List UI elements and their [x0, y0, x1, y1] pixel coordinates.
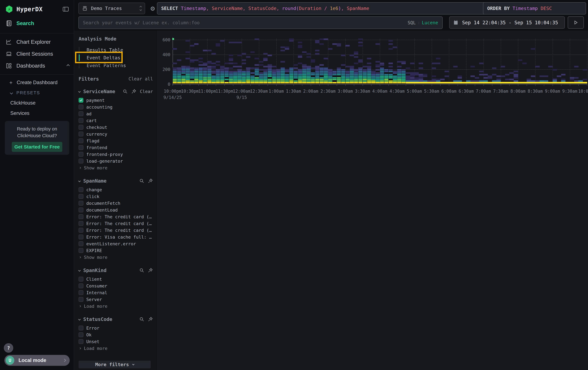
- clear-facet-button[interactable]: Clear: [140, 89, 153, 94]
- clear-all-button[interactable]: Clear all: [128, 76, 153, 81]
- filter-option-error-the-credit-card-[interactable]: Error: The credit card (…: [79, 213, 153, 220]
- checkbox-unchecked[interactable]: [79, 339, 84, 344]
- filter-section-title[interactable]: SpanName: [83, 178, 139, 184]
- checkbox-unchecked[interactable]: [79, 187, 84, 192]
- get-started-button[interactable]: Get Started for Free: [12, 142, 62, 152]
- chevron-down-icon[interactable]: [78, 90, 81, 93]
- help-button[interactable]: ?: [4, 343, 13, 353]
- filter-option-documentload[interactable]: documentLoad: [79, 207, 153, 213]
- analysis-mode-item-results-table[interactable]: Results Table: [79, 46, 153, 54]
- sidebar-item-client-sessions[interactable]: Client Sessions: [0, 48, 74, 60]
- filter-option-eventlistener-error[interactable]: eventListener.error: [79, 240, 153, 247]
- filter-option-documentfetch[interactable]: documentFetch: [79, 200, 153, 207]
- presets-toggle[interactable]: PRESETS: [0, 88, 74, 98]
- filter-section-title[interactable]: SpanKind: [83, 268, 139, 273]
- filter-option-accounting[interactable]: accounting: [79, 104, 153, 110]
- filter-option-frontend-proxy[interactable]: frontend-proxy: [79, 151, 153, 158]
- collapse-sidebar-icon[interactable]: [62, 6, 69, 13]
- sidebar-item-dashboards[interactable]: Dashboards: [0, 60, 74, 72]
- filter-option-client[interactable]: Client: [79, 276, 153, 282]
- show-more-button[interactable]: Show more: [79, 164, 153, 171]
- chevron-up-icon[interactable]: [66, 64, 70, 67]
- filter-option-checkout[interactable]: checkout: [79, 124, 153, 131]
- order-by-editor[interactable]: ORDER BY Timestamp DESC: [483, 2, 586, 14]
- source-select[interactable]: Demo Traces: [78, 3, 145, 14]
- filter-option-error-visa-cache-full-[interactable]: Error: Visa cache full: …: [79, 234, 153, 240]
- user-menu[interactable]: U Local mode: [4, 355, 70, 366]
- chevron-down-icon[interactable]: [78, 318, 81, 320]
- checkbox-unchecked[interactable]: [79, 111, 84, 116]
- pin-icon[interactable]: [148, 268, 153, 273]
- search-icon[interactable]: [139, 178, 144, 183]
- filter-option-currency[interactable]: currency: [79, 131, 153, 137]
- filter-option-ok[interactable]: Ok: [79, 331, 153, 338]
- checkbox-unchecked[interactable]: [79, 105, 84, 110]
- checkbox-unchecked[interactable]: [79, 132, 84, 136]
- checkbox-unchecked[interactable]: [79, 277, 84, 281]
- filter-option-error[interactable]: Error: [79, 325, 153, 331]
- run-query-button[interactable]: [568, 16, 584, 29]
- filter-option-consumer[interactable]: Consumer: [79, 282, 153, 289]
- duration-heatmap[interactable]: 020040060010:00pm10:30pm11:00pm11:30pm12…: [157, 30, 588, 111]
- filter-option-error-the-credit-card-[interactable]: Error: The credit card (…: [79, 227, 153, 234]
- show-more-button[interactable]: Show more: [79, 254, 153, 260]
- checkbox-unchecked[interactable]: [79, 145, 84, 150]
- filter-option-error-the-credit-card-[interactable]: Error: The credit card (…: [79, 220, 153, 227]
- filter-option-flagd[interactable]: flagd: [79, 137, 153, 144]
- checkbox-unchecked[interactable]: [79, 221, 84, 226]
- filter-option-cart[interactable]: cart: [79, 117, 153, 124]
- sidebar-item-chart-explorer[interactable]: Chart Explorer: [0, 36, 74, 48]
- chevron-down-icon[interactable]: [78, 180, 81, 182]
- checkbox-unchecked[interactable]: [79, 332, 84, 337]
- checkbox-unchecked[interactable]: [79, 159, 84, 163]
- checkbox-unchecked[interactable]: [79, 326, 84, 330]
- checkbox-unchecked[interactable]: [79, 290, 84, 295]
- checkbox-checked[interactable]: [79, 98, 84, 103]
- checkbox-unchecked[interactable]: [79, 194, 84, 199]
- show-more-button[interactable]: Load more: [79, 345, 153, 352]
- search-icon[interactable]: [123, 89, 128, 94]
- filter-option-payment[interactable]: payment: [79, 97, 153, 104]
- filter-option-server[interactable]: Server: [79, 296, 153, 303]
- checkbox-unchecked[interactable]: [79, 214, 84, 219]
- checkbox-unchecked[interactable]: [79, 228, 84, 233]
- pin-icon[interactable]: [148, 317, 153, 322]
- gear-icon[interactable]: ⚙: [148, 4, 157, 13]
- checkbox-unchecked[interactable]: [79, 235, 84, 239]
- filter-section-title[interactable]: ServiceName: [83, 89, 123, 94]
- mode-lucene-toggle[interactable]: Lucene: [422, 20, 438, 25]
- more-filters-button[interactable]: More filters: [79, 361, 151, 368]
- sidebar-preset-services[interactable]: Services: [0, 108, 74, 118]
- search-icon[interactable]: [139, 317, 144, 322]
- filter-section-title[interactable]: StatusCode: [83, 316, 139, 322]
- filter-option-frontend[interactable]: frontend: [79, 144, 153, 151]
- checkbox-unchecked[interactable]: [79, 201, 84, 206]
- checkbox-unchecked[interactable]: [79, 208, 84, 212]
- create-dashboard-button[interactable]: + Create Dashboard: [0, 77, 74, 88]
- date-range-picker[interactable]: Sep 14 22:04:35 - Sep 15 10:04:35: [449, 16, 565, 29]
- sidebar-item-search[interactable]: Search: [0, 17, 74, 29]
- filter-option-click[interactable]: click: [79, 193, 153, 200]
- filter-option-change[interactable]: change: [79, 186, 153, 193]
- search-icon[interactable]: [139, 268, 144, 273]
- checkbox-unchecked[interactable]: [79, 283, 84, 288]
- show-more-button[interactable]: Load more: [79, 303, 153, 310]
- checkbox-unchecked[interactable]: [79, 248, 84, 253]
- checkbox-unchecked[interactable]: [79, 138, 84, 143]
- filter-option-load-generator[interactable]: load-generator: [79, 158, 153, 164]
- checkbox-unchecked[interactable]: [79, 241, 84, 246]
- checkbox-unchecked[interactable]: [79, 125, 84, 130]
- filter-option-expire[interactable]: EXPIRE: [79, 247, 153, 254]
- mode-sql-toggle[interactable]: SQL: [408, 20, 416, 25]
- filter-option-internal[interactable]: Internal: [79, 289, 153, 296]
- search-input[interactable]: [83, 20, 408, 25]
- analysis-mode-item-event-patterns[interactable]: Event Patterns: [79, 62, 153, 69]
- analysis-mode-item-event-deltas[interactable]: Event Deltas: [79, 54, 153, 62]
- pin-icon[interactable]: [131, 89, 136, 94]
- pin-icon[interactable]: [148, 178, 153, 183]
- checkbox-unchecked[interactable]: [79, 152, 84, 157]
- checkbox-unchecked[interactable]: [79, 297, 84, 302]
- chevron-down-icon[interactable]: [78, 269, 81, 271]
- filter-option-ad[interactable]: ad: [79, 110, 153, 117]
- filter-option-unset[interactable]: Unset: [79, 338, 153, 345]
